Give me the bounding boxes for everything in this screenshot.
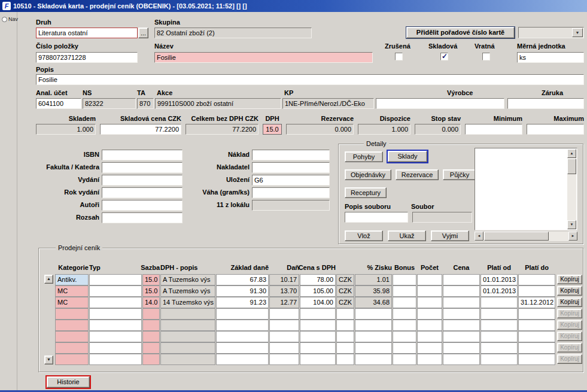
- druh-input[interactable]: Literatura ostatní: [36, 28, 138, 38]
- cell-cena_dph[interactable]: 105.00: [300, 285, 336, 297]
- cell-kategorie[interactable]: [55, 308, 89, 320]
- cell-dan[interactable]: [269, 354, 299, 365]
- cell-plati_od[interactable]: [480, 331, 518, 342]
- cell-cena[interactable]: [443, 285, 480, 297]
- title-bar[interactable]: F 10510 - Skladová karta - prodejní cení…: [0, 0, 587, 12]
- cell-zaklad[interactable]: [216, 331, 269, 342]
- cell-plati_od[interactable]: [480, 354, 518, 365]
- cell-kategorie[interactable]: [55, 331, 89, 342]
- cell-kategorie[interactable]: MC: [55, 285, 89, 297]
- cell-pocet[interactable]: [417, 274, 442, 285]
- nazev-input[interactable]: Fosilie: [154, 52, 373, 63]
- cell-zaklad[interactable]: 91.30: [216, 285, 269, 297]
- horizontal-scrollbar[interactable]: ◄ ►: [475, 232, 577, 241]
- cell-cena[interactable]: [443, 354, 480, 365]
- cell-cena[interactable]: [443, 342, 480, 354]
- book-field-2-input[interactable]: [102, 175, 183, 186]
- cell-dan[interactable]: [269, 331, 299, 342]
- stock-field-0-input[interactable]: 1.000: [36, 124, 96, 135]
- cell-kategorie[interactable]: [55, 320, 89, 331]
- cell-kategorie[interactable]: Antikv.: [55, 274, 89, 285]
- cell-pocet[interactable]: [417, 342, 442, 354]
- vyjmi-button[interactable]: Vyjmi: [431, 230, 469, 241]
- cell-mena[interactable]: CZK: [336, 297, 354, 308]
- cell-dph[interactable]: [160, 331, 215, 342]
- cell-plati_od[interactable]: [480, 308, 518, 320]
- ukaz-button[interactable]: Ukaž: [388, 230, 426, 241]
- cell-zaklad[interactable]: 91.23: [216, 297, 269, 308]
- cell-cena_dph[interactable]: [300, 354, 336, 365]
- objednavky-button[interactable]: Objednávky: [345, 169, 391, 180]
- cell-typ[interactable]: [89, 297, 142, 308]
- book-field-1-input[interactable]: [102, 162, 183, 173]
- nav-radio-icon[interactable]: [2, 17, 7, 22]
- stock-field-7-input[interactable]: [465, 124, 522, 135]
- assign-number-button[interactable]: Přidělit pořadové číslo kartě: [406, 27, 515, 38]
- top-right-combobox[interactable]: ▼: [518, 27, 584, 38]
- cell-dph[interactable]: [160, 308, 215, 320]
- cell-dan[interactable]: [269, 308, 299, 320]
- cell-pocet[interactable]: [417, 308, 442, 320]
- stock-field-5-input[interactable]: 1.000: [358, 124, 410, 135]
- cell-dph[interactable]: [160, 320, 215, 331]
- cell-sazba[interactable]: [142, 331, 160, 342]
- cell-zaklad[interactable]: 67.83: [216, 274, 269, 285]
- cell-cena[interactable]: [443, 308, 480, 320]
- cell-kategorie[interactable]: [55, 354, 89, 365]
- account-field-5-input[interactable]: [376, 98, 504, 109]
- mid-field-4-input[interactable]: [252, 200, 330, 211]
- cell-pocet[interactable]: [417, 285, 442, 297]
- scroll-down-icon[interactable]: ▼: [567, 220, 576, 229]
- account-field-6-input[interactable]: [507, 98, 584, 109]
- cell-plati_do[interactable]: [518, 274, 555, 285]
- cell-cena[interactable]: [443, 274, 480, 285]
- mid-field-1-input[interactable]: [252, 162, 330, 173]
- book-field-3-input[interactable]: [102, 187, 183, 198]
- cell-sazba[interactable]: [142, 354, 160, 365]
- cell-zisk[interactable]: [355, 331, 392, 342]
- scroll-up-icon[interactable]: ▲: [567, 149, 576, 158]
- cell-pocet[interactable]: [417, 354, 442, 365]
- cell-bonus[interactable]: [393, 274, 416, 285]
- account-field-1-input[interactable]: 82322: [83, 98, 136, 109]
- cell-typ[interactable]: [89, 331, 142, 342]
- cell-dan[interactable]: 12.77: [269, 297, 299, 308]
- copy-row-button[interactable]: Kopíruj: [557, 286, 582, 296]
- cell-pocet[interactable]: [417, 297, 442, 308]
- cell-dph[interactable]: [160, 342, 215, 354]
- cell-bonus[interactable]: [393, 308, 416, 320]
- skupina-input[interactable]: 82 Ostatní zboží (2): [154, 28, 312, 38]
- scroll-left-icon[interactable]: ◄: [475, 232, 483, 241]
- cell-bonus[interactable]: [393, 320, 416, 331]
- cell-mena[interactable]: [336, 354, 354, 365]
- copy-row-button[interactable]: Kopíruj: [557, 275, 582, 284]
- stock-field-6-input[interactable]: 0.000: [415, 124, 461, 135]
- receptury-button[interactable]: Receptury: [345, 187, 387, 198]
- sklady-button[interactable]: Sklady: [388, 151, 427, 162]
- cell-dph[interactable]: [160, 354, 215, 365]
- cell-cena_dph[interactable]: [300, 342, 336, 354]
- cell-mena[interactable]: [336, 342, 354, 354]
- book-field-4-input[interactable]: [102, 200, 183, 211]
- cell-plati_od[interactable]: [480, 342, 518, 354]
- cell-mena[interactable]: [336, 308, 354, 320]
- stock-field-1-input[interactable]: 77.2200: [100, 124, 181, 135]
- book-field-5-input[interactable]: [102, 212, 183, 223]
- file-listbox[interactable]: ▲ ▼: [475, 148, 577, 230]
- cell-kategorie[interactable]: [55, 342, 89, 354]
- cell-cena_dph[interactable]: [300, 308, 336, 320]
- cell-dph[interactable]: A Tuzemsko výs: [160, 274, 215, 285]
- rezervace-button[interactable]: Rezervace: [396, 169, 439, 180]
- cell-zisk[interactable]: 34.68: [355, 297, 392, 308]
- cell-plati_do[interactable]: [518, 354, 555, 365]
- pujcky-button[interactable]: Půjčky: [443, 169, 476, 180]
- account-field-2-input[interactable]: 870: [137, 98, 154, 109]
- cell-zisk[interactable]: [355, 308, 392, 320]
- cell-typ[interactable]: [89, 320, 142, 331]
- cell-cena[interactable]: [443, 331, 480, 342]
- merna-jednotka-input[interactable]: ks: [517, 52, 584, 63]
- mid-field-2-input[interactable]: G6: [252, 175, 330, 186]
- chevron-down-icon[interactable]: ▼: [572, 28, 583, 37]
- cell-zisk[interactable]: 1.01: [355, 274, 392, 285]
- cell-typ[interactable]: [89, 342, 142, 354]
